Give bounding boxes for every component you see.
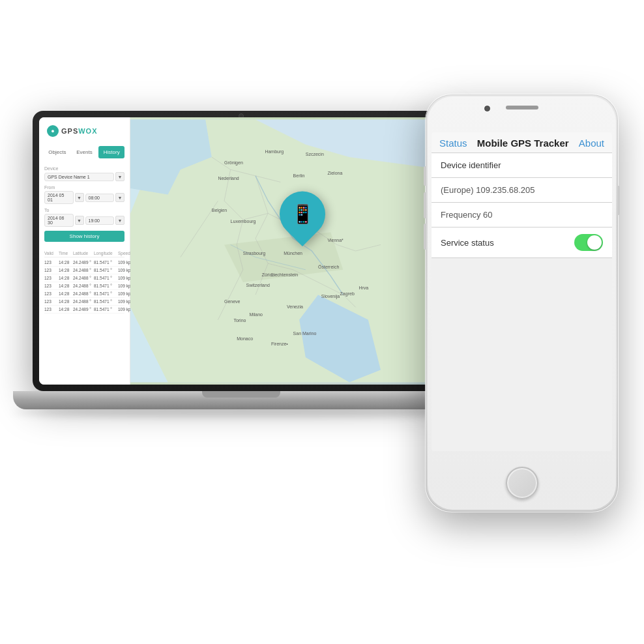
map-label: Geneve <box>224 299 241 304</box>
to-date-input[interactable]: 2014 06 30 <box>44 214 74 227</box>
map-label: Strasbourg <box>243 251 265 256</box>
table-row: 12314:2824.2488 °81.5471 °109 kph <box>44 298 124 306</box>
map-area: NederlandHamburgSzczecinBerlinGrönigenLu… <box>130 117 443 385</box>
to-group: To 2014 06 30 ▼ 19:00 ▼ <box>44 208 124 227</box>
ios-nav-left[interactable]: Status <box>439 138 467 149</box>
phone-power-button[interactable] <box>617 186 620 215</box>
map-label: Zürich <box>262 272 274 277</box>
device-input[interactable]: GPS Device Name 1 <box>44 173 114 181</box>
ios-section: Device identifier (Europe) 109.235.68.20… <box>432 153 612 258</box>
map-label: Slovenija <box>321 294 340 299</box>
app-logo: ● GPSWOX <box>44 125 124 137</box>
col-lon: Longitude <box>94 251 117 256</box>
row-value-ip: (Europe) 109.235.68.205 <box>441 185 603 195</box>
row-label-service-status: Service status <box>441 238 494 248</box>
from-time-input[interactable]: 08:00 <box>85 194 115 202</box>
map-label: Hrva <box>359 285 368 290</box>
ios-header: Status Mobile GPS Tracker About <box>432 132 612 153</box>
logo-icon: ● <box>47 125 59 137</box>
device-group: Device GPS Device Name 1 ▼ <box>44 166 124 181</box>
to-label: To <box>44 208 124 212</box>
laptop-base <box>13 391 469 409</box>
phone-screen: Status Mobile GPS Tracker About Device i… <box>432 132 612 451</box>
service-status-toggle[interactable] <box>574 234 603 251</box>
phone-camera <box>484 106 490 111</box>
table-row: 12314:2824.2488 °81.5471 °109 kph <box>44 267 124 274</box>
to-time-btn[interactable]: ▼ <box>115 216 124 225</box>
map-label: Belgien <box>212 208 227 212</box>
tab-events[interactable]: Events <box>72 146 98 158</box>
map-label: Milano <box>249 312 263 317</box>
laptop-body: ● GPSWOX Objects Events History Device G… <box>33 111 450 391</box>
map-pin: 📱 <box>280 191 325 246</box>
from-time-btn[interactable]: ▼ <box>115 193 124 202</box>
phone-volume-up-button[interactable] <box>424 192 426 218</box>
phone: Status Mobile GPS Tracker About Device i… <box>426 95 618 512</box>
row-value-frequency: Frequency 60 <box>441 210 603 220</box>
pin-phone-icon: 📱 <box>291 203 314 225</box>
tab-objects[interactable]: Objects <box>44 146 70 158</box>
ios-app-title: Mobile GPS Tracker <box>477 138 569 149</box>
phone-home-button[interactable] <box>506 467 538 499</box>
nav-tabs: Objects Events History <box>44 146 124 158</box>
map-background: NederlandHamburgSzczecinBerlinGrönigenLu… <box>130 117 443 385</box>
map-label: Venezia <box>287 304 303 309</box>
device-btn[interactable]: ▼ <box>115 172 124 181</box>
tab-history[interactable]: History <box>98 146 124 158</box>
map-label: Szczecin <box>306 152 324 156</box>
laptop-base-shadow <box>13 407 469 417</box>
show-history-button[interactable]: Show history <box>44 231 124 242</box>
ios-row-device-identifier-label: Device identifier <box>432 153 612 178</box>
row-label-device-identifier: Device identifier <box>441 160 603 170</box>
logo-text: GPSWOX <box>61 127 98 135</box>
map-label: Monaco <box>237 336 253 341</box>
map-label: Hamburg <box>265 149 284 154</box>
from-group: From 2014 05 01 ▼ 08:00 ▼ <box>44 185 124 204</box>
phone-mute-button[interactable] <box>424 166 426 186</box>
phone-inner: Status Mobile GPS Tracker About Device i… <box>428 96 616 510</box>
scene: ● GPSWOX Objects Events History Device G… <box>0 0 644 644</box>
col-lat: Latitude <box>73 251 93 256</box>
ios-row-service-status: Service status <box>432 227 612 258</box>
map-label: Switzerland <box>246 283 270 287</box>
map-label: Zielona <box>327 171 342 175</box>
map-label: Firenze• <box>271 342 288 346</box>
ios-row-ip-address: (Europe) 109.235.68.205 <box>432 178 612 203</box>
device-row: GPS Device Name 1 ▼ <box>44 172 124 181</box>
from-row: 2014 05 01 ▼ 08:00 ▼ <box>44 191 124 204</box>
ios-row-frequency: Frequency 60 <box>432 203 612 227</box>
table-header: Valid Time Latitude Longitude Speed <box>44 250 124 257</box>
ios-nav-right[interactable]: About <box>579 138 604 149</box>
map-label: München <box>284 251 302 256</box>
col-time: Time <box>59 251 72 256</box>
map-label: Grönigen <box>224 160 243 165</box>
pin-circle: 📱 <box>271 182 335 246</box>
map-label: Zagreb <box>340 291 355 296</box>
phone-speaker <box>506 106 538 110</box>
map-label: San Marino <box>293 331 317 336</box>
map-label: Nederland <box>218 176 239 181</box>
from-date-input[interactable]: 2014 05 01 <box>44 191 74 204</box>
map-label: Berlin <box>293 173 305 178</box>
table-row: 12314:2824.2488 °81.5471 °109 kph <box>44 274 124 282</box>
data-table: Valid Time Latitude Longitude Speed 1231… <box>44 250 124 314</box>
ios-content: Device identifier (Europe) 109.235.68.20… <box>432 153 612 258</box>
app-sidebar: ● GPSWOX Objects Events History Device G… <box>39 117 130 385</box>
phone-volume-down-button[interactable] <box>424 224 426 250</box>
table-row: 12314:2824.2488 °81.5471 °109 kph <box>44 282 124 290</box>
table-row: 12314:2824.2488 °81.5471 °109 kph <box>44 290 124 298</box>
table-body: 12314:2824.2489 °81.5471 °109 kph12314:2… <box>44 259 124 314</box>
to-time-input[interactable]: 19:00 <box>85 216 115 225</box>
map-label: Vienna* <box>327 238 343 242</box>
map-label: Luxembourg <box>231 219 256 224</box>
col-valid: Valid <box>44 251 57 256</box>
from-label: From <box>44 185 124 190</box>
phone-outer: Status Mobile GPS Tracker About Device i… <box>426 95 618 512</box>
to-date-btn[interactable]: ▼ <box>75 216 84 225</box>
table-row: 12314:2824.2489 °81.5471 °109 kph <box>44 259 124 267</box>
to-row: 2014 06 30 ▼ 19:00 ▼ <box>44 214 124 227</box>
laptop-screen: ● GPSWOX Objects Events History Device G… <box>39 117 443 385</box>
map-label: Torino <box>233 318 246 323</box>
from-date-btn[interactable]: ▼ <box>75 193 84 202</box>
map-label: Österreich <box>318 265 339 269</box>
